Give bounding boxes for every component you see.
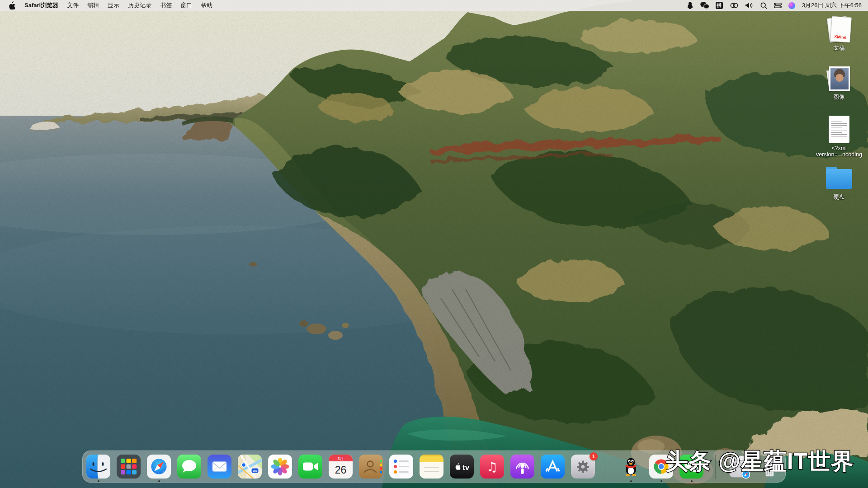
desktop-icon-label: 文稿	[834, 45, 845, 51]
dock-divider	[607, 455, 607, 479]
dock-system-preferences-icon[interactable]: 1	[571, 455, 595, 479]
dock-music-icon[interactable]: ♫	[480, 455, 504, 479]
maps-shield-label: 280	[253, 469, 258, 472]
calendar-month-label: 3月	[337, 456, 344, 461]
apple-menu-icon[interactable]	[9, 1, 16, 10]
toutiao-watermark: 头条 @星蕴IT世界	[665, 446, 854, 477]
siri-icon[interactable]	[788, 2, 795, 9]
volume-icon[interactable]	[745, 1, 754, 10]
menu-bookmarks[interactable]: 书签	[160, 1, 172, 9]
desktop-icon-label: 图像	[834, 94, 845, 100]
desktop-icon-image[interactable]: 图像	[801, 66, 868, 100]
menu-edit[interactable]: 编辑	[87, 1, 99, 9]
desktop-icon-xmind-document[interactable]: XMind 文稿	[801, 16, 868, 51]
dock-qq-icon[interactable]	[619, 455, 643, 479]
text-document-icon	[829, 116, 849, 143]
dock-safari-icon[interactable]	[147, 455, 171, 479]
menu-file[interactable]: 文件	[67, 1, 79, 9]
desktop-icon-hard-disk-folder[interactable]: 硬盘	[801, 166, 868, 200]
menu-history[interactable]: 历史记录	[128, 1, 151, 9]
search-icon[interactable]	[760, 1, 767, 10]
dock-podcasts-icon[interactable]	[510, 455, 534, 479]
dock-calendar-icon[interactable]: 3月 26	[329, 455, 353, 479]
dock-photos-icon[interactable]	[268, 455, 292, 479]
xmind-logo-text: XMind	[834, 34, 847, 40]
wallpaper-catalina-coast	[0, 0, 868, 488]
control-center-icon[interactable]	[774, 1, 782, 10]
pinyin-input-icon[interactable]: 拼	[716, 2, 723, 9]
menubar-clock[interactable]: 3月26日 周六 下午6:56	[802, 1, 862, 9]
dock-finder-icon[interactable]	[86, 455, 110, 479]
dock-maps-icon[interactable]: 280	[238, 455, 262, 479]
link-rings-icon[interactable]	[730, 1, 739, 10]
desktop: Safari浏览器 文件 编辑 显示 历史记录 书签 窗口 帮助 拼 3月26日…	[0, 0, 868, 488]
dock-launchpad-icon[interactable]	[117, 455, 141, 479]
dock-messages-icon[interactable]	[177, 455, 201, 479]
wechat-menubar-icon[interactable]	[700, 1, 709, 10]
xmind-document-icon: XMind	[826, 16, 852, 42]
desktop-icon-label: <?xml version=...ncoding	[816, 145, 862, 158]
menu-window[interactable]: 窗口	[180, 1, 192, 9]
notification-badge: 1	[590, 452, 598, 460]
dock-facetime-icon[interactable]	[298, 455, 322, 479]
image-thumbnail-icon	[827, 66, 851, 92]
dock-apple-tv-icon[interactable]: tv	[450, 455, 474, 479]
calendar-day-label: 26	[335, 464, 347, 476]
qq-menubar-icon[interactable]	[687, 1, 693, 10]
desktop-icon-xml-file[interactable]: <?xml version=...ncoding	[801, 116, 868, 158]
dock-notes-icon[interactable]	[420, 455, 443, 479]
blue-folder-icon	[826, 169, 852, 190]
menu-bar: Safari浏览器 文件 编辑 显示 历史记录 书签 窗口 帮助 拼 3月26日…	[0, 0, 868, 11]
menu-help[interactable]: 帮助	[201, 1, 212, 9]
dock-contacts-icon[interactable]	[359, 455, 383, 479]
svg-text:♫: ♫	[486, 460, 498, 474]
dock-app-store-icon[interactable]	[541, 455, 565, 479]
dock-mail-icon[interactable]	[208, 455, 231, 479]
dock-reminders-icon[interactable]	[389, 455, 413, 479]
desktop-icon-label: 硬盘	[834, 194, 845, 200]
active-app-menu[interactable]: Safari浏览器	[24, 1, 58, 9]
menu-view[interactable]: 显示	[108, 1, 119, 9]
tv-label: tv	[462, 463, 470, 472]
